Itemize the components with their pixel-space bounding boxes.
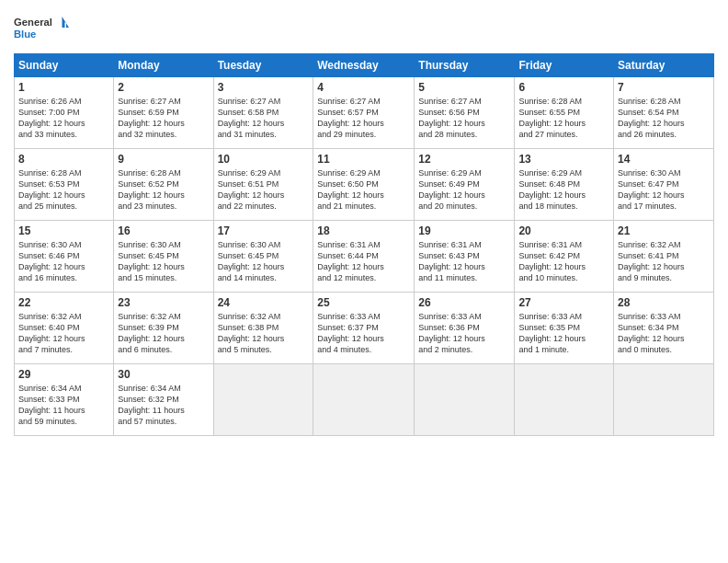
calendar-weekday-header: Tuesday — [213, 54, 313, 77]
day-info: Sunrise: 6:31 AMSunset: 6:44 PMDaylight:… — [317, 239, 410, 284]
calendar-day-cell: 16Sunrise: 6:30 AMSunset: 6:45 PMDayligh… — [114, 221, 213, 293]
day-info: Sunrise: 6:33 AMSunset: 6:34 PMDaylight:… — [618, 311, 710, 356]
calendar-day-cell: 20Sunrise: 6:31 AMSunset: 6:42 PMDayligh… — [515, 221, 614, 293]
day-number: 8 — [18, 153, 109, 166]
calendar-weekday-header: Monday — [114, 54, 213, 77]
day-info: Sunrise: 6:27 AMSunset: 6:56 PMDaylight:… — [418, 96, 510, 141]
day-info: Sunrise: 6:34 AMSunset: 6:33 PMDaylight:… — [18, 383, 109, 428]
day-info: Sunrise: 6:28 AMSunset: 6:53 PMDaylight:… — [18, 167, 109, 213]
calendar-day-cell: 1Sunrise: 6:26 AMSunset: 7:00 PMDaylight… — [15, 77, 114, 149]
day-info: Sunrise: 6:28 AMSunset: 6:55 PMDaylight:… — [518, 96, 609, 141]
day-info: Sunrise: 6:32 AMSunset: 6:39 PMDaylight:… — [118, 311, 209, 356]
calendar-day-cell: 27Sunrise: 6:33 AMSunset: 6:35 PMDayligh… — [515, 293, 614, 364]
calendar-day-cell: 11Sunrise: 6:29 AMSunset: 6:50 PMDayligh… — [313, 149, 415, 221]
day-info: Sunrise: 6:27 AMSunset: 6:58 PMDaylight:… — [218, 96, 310, 141]
page: General Blue SundayMondayTuesdayWednesda… — [0, 0, 728, 563]
day-number: 4 — [317, 81, 410, 94]
day-number: 30 — [118, 368, 209, 381]
day-info: Sunrise: 6:27 AMSunset: 6:57 PMDaylight:… — [317, 96, 410, 141]
day-info: Sunrise: 6:31 AMSunset: 6:43 PMDaylight:… — [418, 239, 510, 284]
calendar-day-cell: 25Sunrise: 6:33 AMSunset: 6:37 PMDayligh… — [313, 293, 415, 364]
day-info: Sunrise: 6:29 AMSunset: 6:50 PMDaylight:… — [317, 167, 410, 213]
day-info: Sunrise: 6:30 AMSunset: 6:45 PMDaylight:… — [218, 239, 310, 284]
calendar-day-cell: 12Sunrise: 6:29 AMSunset: 6:49 PMDayligh… — [415, 149, 515, 221]
svg-marker-2 — [63, 17, 70, 28]
calendar-day-cell: 14Sunrise: 6:30 AMSunset: 6:47 PMDayligh… — [614, 149, 714, 221]
day-info: Sunrise: 6:29 AMSunset: 6:51 PMDaylight:… — [218, 167, 310, 213]
day-number: 16 — [118, 224, 209, 237]
day-info: Sunrise: 6:26 AMSunset: 7:00 PMDaylight:… — [18, 96, 109, 141]
day-number: 15 — [18, 224, 109, 237]
calendar-body: 1Sunrise: 6:26 AMSunset: 7:00 PMDaylight… — [15, 77, 714, 436]
day-number: 3 — [218, 81, 310, 94]
day-info: Sunrise: 6:32 AMSunset: 6:40 PMDaylight:… — [18, 311, 109, 356]
day-number: 12 — [418, 153, 510, 166]
day-number: 5 — [418, 81, 510, 94]
calendar-day-cell: 30Sunrise: 6:34 AMSunset: 6:32 PMDayligh… — [114, 364, 213, 436]
calendar-table: SundayMondayTuesdayWednesdayThursdayFrid… — [14, 53, 714, 436]
calendar-day-cell: 8Sunrise: 6:28 AMSunset: 6:53 PMDaylight… — [15, 149, 114, 221]
logo: General Blue — [14, 9, 69, 46]
calendar-day-cell: 10Sunrise: 6:29 AMSunset: 6:51 PMDayligh… — [213, 149, 313, 221]
day-number: 9 — [118, 153, 209, 166]
calendar-week-row: 22Sunrise: 6:32 AMSunset: 6:40 PMDayligh… — [15, 293, 714, 364]
day-info: Sunrise: 6:33 AMSunset: 6:37 PMDaylight:… — [317, 311, 410, 356]
day-number: 25 — [317, 296, 410, 309]
day-info: Sunrise: 6:29 AMSunset: 6:48 PMDaylight:… — [518, 167, 609, 213]
day-number: 13 — [518, 153, 609, 166]
calendar-day-cell — [614, 364, 714, 436]
calendar-weekday-header: Friday — [515, 54, 614, 77]
day-number: 28 — [618, 296, 710, 309]
calendar-week-row: 15Sunrise: 6:30 AMSunset: 6:46 PMDayligh… — [15, 221, 714, 293]
header: General Blue — [14, 9, 714, 46]
day-number: 26 — [418, 296, 510, 309]
day-number: 6 — [518, 81, 609, 94]
day-info: Sunrise: 6:30 AMSunset: 6:47 PMDaylight:… — [618, 167, 710, 213]
calendar-day-cell: 4Sunrise: 6:27 AMSunset: 6:57 PMDaylight… — [313, 77, 415, 149]
calendar-week-row: 8Sunrise: 6:28 AMSunset: 6:53 PMDaylight… — [15, 149, 714, 221]
calendar-day-cell: 21Sunrise: 6:32 AMSunset: 6:41 PMDayligh… — [614, 221, 714, 293]
day-number: 10 — [218, 153, 310, 166]
day-info: Sunrise: 6:30 AMSunset: 6:45 PMDaylight:… — [118, 239, 209, 284]
calendar-day-cell: 5Sunrise: 6:27 AMSunset: 6:56 PMDaylight… — [415, 77, 515, 149]
logo-svg: General Blue — [14, 9, 69, 46]
calendar-day-cell: 2Sunrise: 6:27 AMSunset: 6:59 PMDaylight… — [114, 77, 213, 149]
calendar-day-cell: 28Sunrise: 6:33 AMSunset: 6:34 PMDayligh… — [614, 293, 714, 364]
day-number: 1 — [18, 81, 109, 94]
day-number: 17 — [218, 224, 310, 237]
day-number: 14 — [618, 153, 710, 166]
day-number: 21 — [618, 224, 710, 237]
day-number: 22 — [18, 296, 109, 309]
calendar-day-cell — [515, 364, 614, 436]
day-info: Sunrise: 6:28 AMSunset: 6:52 PMDaylight:… — [118, 167, 209, 213]
calendar-day-cell: 29Sunrise: 6:34 AMSunset: 6:33 PMDayligh… — [15, 364, 114, 436]
day-info: Sunrise: 6:32 AMSunset: 6:38 PMDaylight:… — [218, 311, 310, 356]
day-info: Sunrise: 6:32 AMSunset: 6:41 PMDaylight:… — [618, 239, 710, 284]
calendar-weekday-header: Thursday — [415, 54, 515, 77]
calendar-day-cell: 13Sunrise: 6:29 AMSunset: 6:48 PMDayligh… — [515, 149, 614, 221]
day-number: 27 — [518, 296, 609, 309]
calendar-day-cell: 6Sunrise: 6:28 AMSunset: 6:55 PMDaylight… — [515, 77, 614, 149]
calendar-day-cell: 7Sunrise: 6:28 AMSunset: 6:54 PMDaylight… — [614, 77, 714, 149]
day-info: Sunrise: 6:30 AMSunset: 6:46 PMDaylight:… — [18, 239, 109, 284]
calendar-weekday-header: Wednesday — [313, 54, 415, 77]
calendar-day-cell: 23Sunrise: 6:32 AMSunset: 6:39 PMDayligh… — [114, 293, 213, 364]
calendar-day-cell — [213, 364, 313, 436]
day-number: 19 — [418, 224, 510, 237]
day-number: 23 — [118, 296, 209, 309]
day-info: Sunrise: 6:29 AMSunset: 6:49 PMDaylight:… — [418, 167, 510, 213]
calendar-week-row: 1Sunrise: 6:26 AMSunset: 7:00 PMDaylight… — [15, 77, 714, 149]
day-number: 2 — [118, 81, 209, 94]
calendar-day-cell — [415, 364, 515, 436]
calendar-weekday-header: Saturday — [614, 54, 714, 77]
day-info: Sunrise: 6:27 AMSunset: 6:59 PMDaylight:… — [118, 96, 209, 141]
day-number: 29 — [18, 368, 109, 381]
day-number: 24 — [218, 296, 310, 309]
calendar-day-cell: 17Sunrise: 6:30 AMSunset: 6:45 PMDayligh… — [213, 221, 313, 293]
day-number: 7 — [618, 81, 710, 94]
day-info: Sunrise: 6:31 AMSunset: 6:42 PMDaylight:… — [518, 239, 609, 284]
calendar-day-cell: 3Sunrise: 6:27 AMSunset: 6:58 PMDaylight… — [213, 77, 313, 149]
day-number: 18 — [317, 224, 410, 237]
calendar-day-cell — [313, 364, 415, 436]
svg-text:General: General — [14, 17, 52, 28]
